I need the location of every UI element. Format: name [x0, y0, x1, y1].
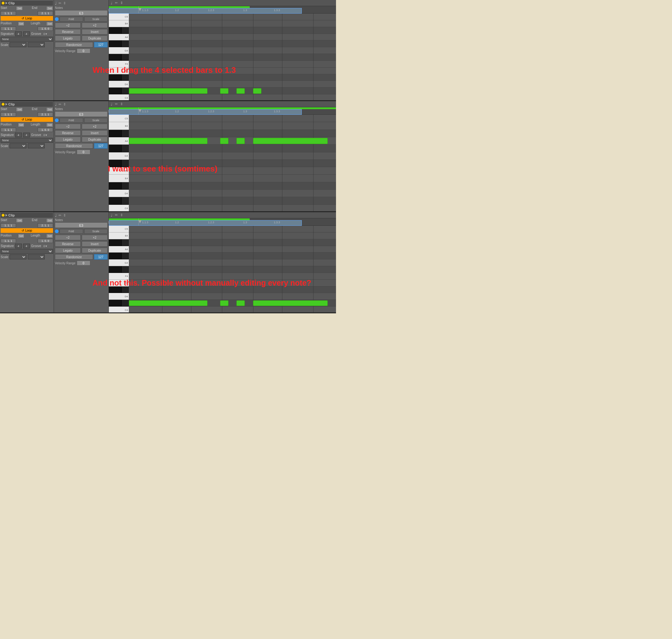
piano-key-2-3[interactable]: A4: [109, 137, 129, 145]
scale-select1-3[interactable]: [10, 254, 27, 259]
piano-key-1-8[interactable]: E4: [109, 67, 129, 74]
div2-btn-1[interactable]: ÷2: [55, 22, 81, 28]
reverse-btn-1[interactable]: Reverse: [55, 29, 81, 34]
piano-key-1-3[interactable]: A4: [109, 34, 129, 41]
set-len-btn-2[interactable]: Set: [46, 123, 53, 127]
set-pos-btn-2[interactable]: Set: [18, 123, 25, 127]
piano-key-3-0[interactable]: C5: [109, 226, 129, 233]
piano-key-3-8[interactable]: E4: [109, 280, 129, 286]
piano-key-2-12[interactable]: C4: [109, 205, 129, 211]
set-len-btn-3[interactable]: Set: [46, 234, 53, 238]
timeline-2: 11.1.31.21.2.31.31.3.3: [109, 107, 336, 115]
piano-key-2-6[interactable]: [109, 160, 129, 167]
pencil-icon-2: ✏: [59, 103, 61, 106]
sig-den-1[interactable]: [23, 31, 30, 36]
piano-key-1-2[interactable]: [109, 27, 129, 34]
scale-select2-3[interactable]: [28, 254, 45, 259]
piano-key-1-11[interactable]: [109, 88, 129, 94]
set-start-btn-1[interactable]: Set: [16, 6, 23, 11]
fold-btn-2[interactable]: Fold: [60, 118, 83, 123]
piano-key-3-1[interactable]: B4: [109, 233, 129, 239]
invert-btn-2[interactable]: Invert: [82, 130, 108, 136]
scale-select2-1[interactable]: [28, 42, 45, 47]
piano-key-2-11[interactable]: [109, 197, 129, 204]
legato-btn-3[interactable]: Legato: [55, 248, 81, 253]
set-pos-btn-3[interactable]: Set: [18, 234, 25, 238]
set-pos-btn-1[interactable]: Set: [18, 21, 25, 26]
randomize-btn-3[interactable]: Randomize: [55, 254, 93, 260]
piano-key-2-2[interactable]: [109, 130, 129, 137]
piano-key-2-9[interactable]: [109, 182, 129, 190]
sig-num-2[interactable]: [15, 133, 22, 137]
piano-key-2-4[interactable]: [109, 145, 129, 152]
piano-key-2-0[interactable]: C5: [109, 115, 129, 122]
piano-key-1-6[interactable]: [109, 54, 129, 61]
piano-key-3-9[interactable]: [109, 286, 129, 293]
randomize-btn-1[interactable]: Randomize: [55, 42, 93, 47]
mul2-btn-2[interactable]: ×2: [82, 124, 108, 129]
set-start-btn-3[interactable]: Set: [16, 218, 23, 223]
pencil-icon-top-1: ✏: [115, 1, 118, 5]
piano-key-3-10[interactable]: D4: [109, 293, 129, 300]
div2-btn-2[interactable]: ÷2: [55, 124, 81, 129]
piano-key-1-0[interactable]: C5: [109, 14, 129, 20]
piano-key-3-7[interactable]: F4: [109, 273, 129, 280]
piano-key-2-1[interactable]: B4: [109, 122, 129, 129]
scale-select2-2[interactable]: [28, 143, 45, 149]
randomize-btn-2[interactable]: Randomize: [55, 143, 93, 149]
piano-key-3-11[interactable]: [109, 300, 129, 307]
piano-key-1-5[interactable]: G4: [109, 47, 129, 54]
piano-key-1-9[interactable]: [109, 74, 129, 81]
duplicate-btn-2[interactable]: Duplicate: [82, 137, 108, 142]
sig-num-3[interactable]: [15, 244, 22, 248]
reverse-btn-3[interactable]: Reverse: [55, 241, 81, 247]
piano-key-1-7[interactable]: F4: [109, 61, 129, 67]
scale-select1-1[interactable]: [10, 42, 27, 47]
invert-btn-3[interactable]: Invert: [82, 241, 108, 247]
scale-select1-2[interactable]: [10, 143, 27, 149]
groove-select-2[interactable]: None: [1, 138, 53, 143]
invert-btn-1[interactable]: Invert: [82, 29, 108, 34]
fold-btn-1[interactable]: Fold: [60, 17, 83, 21]
mul2-btn-1[interactable]: ×2: [82, 22, 108, 28]
scale-btn-2[interactable]: Scale: [84, 118, 108, 123]
set-end-btn-3[interactable]: Set: [46, 218, 53, 223]
piano-key-2-7[interactable]: F4: [109, 167, 129, 174]
piano-key-1-10[interactable]: D4: [109, 81, 129, 88]
duplicate-btn-3[interactable]: Duplicate: [82, 248, 108, 253]
sig-den-3[interactable]: [23, 244, 30, 248]
clip-label-3: Clip: [8, 214, 15, 217]
mid-controls-3: ♩ ✏ ⇕ Notes E3 Fold Scale ÷2 ×2 Reverse …: [54, 212, 109, 312]
set-end-btn-2[interactable]: Set: [46, 107, 53, 112]
sig-num-1[interactable]: [15, 31, 22, 36]
piano-key-2-5[interactable]: G4: [109, 152, 129, 160]
timeline-3: 11.1.31.21.2.31.31.3.3: [109, 218, 336, 226]
div2-btn-3[interactable]: ÷2: [55, 235, 81, 240]
piano-key-3-12[interactable]: C4: [109, 307, 129, 312]
set-start-btn-2[interactable]: Set: [16, 107, 23, 112]
groove-select-1[interactable]: None: [1, 37, 53, 42]
set-len-btn-1[interactable]: Set: [46, 21, 53, 26]
set-end-btn-1[interactable]: Set: [46, 6, 53, 11]
piano-key-1-4[interactable]: [109, 41, 129, 47]
legato-btn-1[interactable]: Legato: [55, 35, 81, 41]
piano-key-3-5[interactable]: G4: [109, 259, 129, 266]
sig-den-2[interactable]: [23, 133, 30, 137]
legato-btn-2[interactable]: Legato: [55, 137, 81, 142]
mul2-btn-3[interactable]: ×2: [82, 235, 108, 240]
groove-select-3[interactable]: None: [1, 249, 53, 254]
duplicate-btn-1[interactable]: Duplicate: [82, 35, 108, 41]
piano-key-1-1[interactable]: B4: [109, 20, 129, 27]
scale-btn-1[interactable]: Scale: [84, 17, 108, 21]
piano-key-3-6[interactable]: [109, 266, 129, 273]
piano-key-2-10[interactable]: D4: [109, 190, 129, 197]
piano-key-1-12[interactable]: C4: [109, 94, 129, 100]
piano-key-3-2[interactable]: [109, 239, 129, 246]
piano-key-2-8[interactable]: E4: [109, 174, 129, 182]
scale-btn-3[interactable]: Scale: [84, 229, 108, 234]
fold-btn-3[interactable]: Fold: [60, 229, 83, 234]
fold-scale-row-1: Fold Scale: [55, 17, 108, 21]
piano-key-3-3[interactable]: A4: [109, 246, 129, 253]
reverse-btn-2[interactable]: Reverse: [55, 130, 81, 136]
piano-key-3-4[interactable]: [109, 253, 129, 259]
